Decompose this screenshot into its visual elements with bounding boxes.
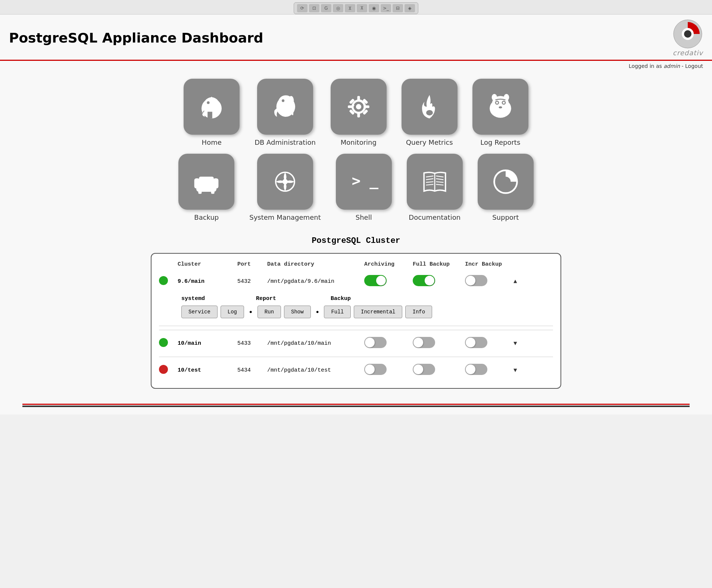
nav-item-support[interactable]: Support (478, 154, 534, 221)
footer-red-line-1 (22, 404, 690, 405)
fullbackup-toggle-10main[interactable] (413, 337, 435, 348)
col-port-header: Port (237, 261, 267, 268)
expanded-section-labels: systemd Report Backup (181, 295, 553, 302)
nav-item-system-management[interactable]: System Management (249, 154, 321, 221)
cluster-archiving-10main[interactable] (364, 337, 413, 350)
full-button[interactable]: Full (324, 306, 351, 318)
archiving-toggle-10main[interactable] (364, 337, 387, 348)
monitoring-icon (342, 90, 375, 123)
status-dot-10main (159, 338, 178, 349)
toolbar-icon-6[interactable]: ⊼ (357, 4, 367, 12)
status-dot-96main (159, 276, 178, 287)
label-backup: Backup (331, 295, 480, 302)
svg-point-7 (207, 101, 210, 104)
archiving-toggle-knob-10main (365, 338, 375, 347)
archiving-toggle-knob-96main (376, 276, 386, 285)
service-button[interactable]: Service (181, 306, 218, 318)
fullbackup-toggle-96main[interactable] (413, 275, 435, 286)
show-button[interactable]: Show (284, 306, 311, 318)
incrbackup-toggle-knob-10main (466, 338, 475, 347)
svg-rect-5 (207, 112, 212, 119)
run-button[interactable]: Run (257, 306, 281, 318)
svg-point-29 (499, 106, 502, 108)
incremental-button[interactable]: Incremental (354, 306, 402, 318)
toolbar-icon-5[interactable]: ⊻ (345, 4, 355, 12)
backup-icon (190, 165, 223, 198)
svg-line-48 (436, 182, 443, 182)
toolbar-icon-10[interactable]: ◈ (405, 4, 415, 12)
svg-line-49 (436, 184, 443, 185)
info-button[interactable]: Info (405, 306, 432, 318)
cluster-incrbackup-10main[interactable] (465, 337, 513, 350)
svg-point-22 (426, 110, 433, 115)
fullbackup-toggle-knob-96main (425, 276, 434, 285)
footer-divider (22, 404, 690, 407)
nav-item-documentation[interactable]: Documentation (407, 154, 463, 221)
archiving-toggle-96main[interactable] (364, 275, 387, 286)
fullbackup-toggle-knob-10main (413, 338, 423, 347)
svg-line-47 (436, 179, 443, 180)
cluster-incrbackup-96main[interactable] (465, 275, 513, 288)
svg-rect-35 (213, 178, 218, 188)
cluster-expand-10test[interactable]: ▼ (513, 367, 532, 374)
nav-label-shell: Shell (356, 213, 372, 221)
svg-point-11 (288, 96, 294, 105)
nav-item-query-metrics[interactable]: Query Metrics (402, 79, 458, 146)
log-button[interactable]: Log (221, 306, 244, 318)
cluster-port-10main: 5433 (237, 340, 267, 347)
toolbar-icon-8[interactable]: >_ (381, 4, 391, 12)
nav-item-log-reports[interactable]: Log Reports (472, 79, 528, 146)
incrbackup-toggle-10main[interactable] (465, 337, 487, 348)
svg-text:> _: > _ (352, 172, 378, 189)
cluster-row-10test: 10/test 5434 /mnt/pgdata/10/test (159, 360, 553, 381)
cluster-name-10test: 10/test (178, 367, 237, 373)
archiving-toggle-knob-10test (365, 365, 375, 374)
svg-line-42 (426, 176, 433, 177)
toolbar-icon-4[interactable]: ◎ (333, 4, 343, 12)
nav-item-backup[interactable]: Backup (178, 154, 234, 221)
backup-icon-box (178, 154, 234, 210)
svg-point-27 (496, 102, 498, 104)
toolbar-icon-7[interactable]: ◉ (369, 4, 379, 12)
archiving-toggle-10test[interactable] (364, 364, 387, 375)
nav-item-shell[interactable]: > _ Shell (336, 154, 392, 221)
toolbar-icon-1[interactable]: ⟳ (297, 4, 307, 12)
cluster-port-96main: 5432 (237, 278, 267, 285)
cluster-archiving-10test[interactable] (364, 364, 413, 377)
cluster-archiving-96main[interactable] (364, 275, 413, 288)
main-content: Home DB Administration (0, 71, 712, 415)
cluster-incrbackup-10test[interactable] (465, 364, 513, 377)
nav-row-2: Backup System Management (22, 154, 690, 221)
support-icon-box (478, 154, 534, 210)
nav-item-monitoring[interactable]: Monitoring (331, 79, 387, 146)
shell-icon-box: > _ (336, 154, 392, 210)
cluster-datadir-96main: /mnt/pgdata/9.6/main (267, 278, 364, 285)
logout-link[interactable]: Logout (685, 63, 703, 69)
cluster-datadir-10main: /mnt/pgdata/10/main (267, 340, 364, 347)
cluster-fullbackup-10main[interactable] (413, 337, 465, 350)
toolbar-icon-row: ⟳ ⊡ G ◎ ⊻ ⊼ ◉ >_ ⊟ ◈ (294, 2, 418, 14)
nav-item-home[interactable]: Home (184, 79, 240, 146)
auth-prefix: Logged in as (629, 63, 663, 69)
query-metrics-icon (413, 90, 446, 123)
status-indicator-10main (159, 338, 168, 347)
col-fullbackup-header: Full Backup (413, 261, 465, 268)
nav-label-home: Home (202, 138, 222, 146)
toolbar-icon-3[interactable]: G (321, 4, 331, 12)
nav-item-db-admin[interactable]: DB Administration (254, 79, 316, 146)
cluster-fullbackup-10test[interactable] (413, 364, 465, 377)
cluster-expand-10main[interactable]: ▼ (513, 340, 532, 347)
fullbackup-toggle-10test[interactable] (413, 364, 435, 375)
auth-separator: - (680, 63, 685, 69)
toolbar-icon-9[interactable]: ⊟ (393, 4, 403, 12)
toolbar-icon-2[interactable]: ⊡ (309, 4, 319, 12)
cluster-expand-96main[interactable]: ▲ (513, 278, 532, 285)
incrbackup-toggle-96main[interactable] (465, 275, 487, 286)
cluster-fullbackup-96main[interactable] (413, 275, 465, 288)
top-toolbar: ⟳ ⊡ G ◎ ⊻ ⊼ ◉ >_ ⊟ ◈ (0, 0, 712, 15)
incrbackup-toggle-10test[interactable] (465, 364, 487, 375)
bullet-1: • (249, 307, 253, 316)
monitoring-icon-box (331, 79, 387, 135)
cluster-table-header: Cluster Port Data directory Archiving Fu… (159, 261, 553, 271)
svg-point-6 (204, 97, 219, 111)
